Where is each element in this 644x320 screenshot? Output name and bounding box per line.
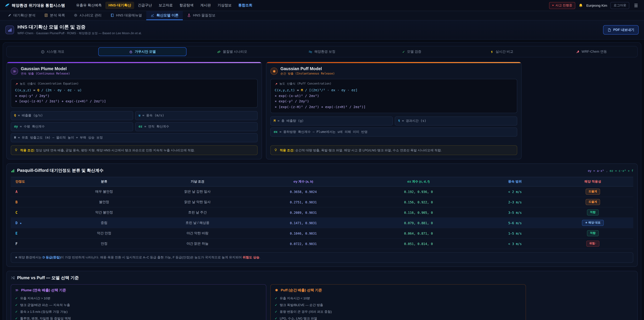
nav-item-weather[interactable]: 기상정보 (214, 2, 234, 9)
puff-equation-caption: 농도 산출식 (Puff Concentration) (275, 82, 513, 86)
sigma-z-coef: 0.116, 0.905, 0 (360, 207, 478, 218)
plume-conditions-note: 적용 조건: 정상 상태 연속 배출, 균일 풍속, 평탄 지형. 해양 HNS… (11, 145, 258, 155)
tab-dispersion-analysis[interactable]: 대기확산 분석 (3, 11, 40, 20)
tab-analysis-list[interactable]: 분석 목록 (40, 11, 70, 20)
nav-item-integrated-search[interactable]: 통합조회 (235, 2, 256, 9)
gear-icon (74, 14, 78, 17)
tab-scenario-management[interactable]: 시나리오 관리 (70, 11, 106, 20)
tab-wrf-chem[interactable]: WRF-Chem 연동 (547, 47, 636, 56)
spiral-icon (129, 50, 133, 54)
puff-conditions-note: 적용 조건: 순간적 대량 방출, 폭발·탱크 파열. 해양 사고 중 LPG/… (270, 145, 517, 155)
puff-eq-line1: C(x,y,z,t) = M / [(2π)³/² · σx · σy · σz… (275, 88, 513, 93)
tab-hns-manual[interactable]: HNS 대응매뉴얼 (106, 11, 146, 20)
footnote-highlight-d: D 등급(중립) (42, 255, 61, 259)
puff-criteria-title: Puff (순간 배출) 선택 기준 (275, 288, 522, 292)
nav-item-aerial-search[interactable]: 항공탐색 (176, 2, 196, 9)
formula-separator: , (604, 169, 610, 172)
logout-button[interactable]: 로그아웃 (611, 2, 630, 9)
pasquill-card: Pasquill-Gifford 대기안정도 분류 및 확산계수 σy = a·… (6, 164, 638, 267)
nav-item-oil-spill[interactable]: 유출유 확산예측 (73, 2, 105, 9)
section-tab-label: 모델 검증 (407, 49, 422, 54)
wave-icon (308, 50, 312, 54)
tab-gaussian-model[interactable]: 가우시안 모델 (98, 47, 186, 56)
compass-icon (41, 50, 44, 54)
puff-eq-line4: × [exp(-(z-H)² / 2σz²) + exp(-(z+H)² / 2… (275, 104, 513, 110)
table-row: E 약간 안정 야간 약한 바람 0.1046, 0.9031 0.064, 0… (11, 228, 633, 239)
tab-ocean-correction[interactable]: 해양환경 보정 (278, 47, 366, 56)
criteria-text: 탱크 균열/배관 파손 — 지속적 누출 (20, 303, 70, 307)
wind-range: 1–5 m/s (478, 228, 552, 239)
tab-system-overview[interactable]: 시스템 개요 (8, 47, 97, 56)
applicability-cell: 위험↑ (552, 239, 633, 249)
param-symbol: t (398, 119, 400, 123)
tab-model-theory[interactable]: 확산모델 이론 (146, 11, 183, 20)
incident-status-badge: ● 사고 진행중 (549, 2, 575, 9)
puff-params: M = 총 배출량 (g) t = 경과시간 (s) σx = 풍하방향 확산계… (270, 116, 517, 137)
class-name: 매우 불안정 (60, 187, 148, 197)
caption-text: 농도 산출식 (Concentration Equation) (20, 82, 79, 86)
note-text: 적용 조건: 순간적 대량 방출, 폭발·탱크 파열. 해양 사고 중 LPG/… (280, 148, 442, 153)
param-desc: = 총 배출량 (g) (278, 119, 304, 123)
document-icon (608, 28, 611, 32)
tab-hns-substance-info[interactable]: HNS 물질정보 (183, 11, 220, 20)
pasquill-title: Pasquill-Gifford 대기안정도 분류 및 확산계수 (17, 168, 104, 174)
eq-lhs: C(x,y,z,t) (275, 88, 295, 92)
check-icon: ✓ (402, 50, 405, 54)
plume-params: Q = 배출률 (g/s) u = 풍속 (m/s) σy = 수평 확산계수 … (11, 111, 258, 142)
fog-icon (11, 68, 18, 75)
menu-icon[interactable]: ☰ (633, 2, 639, 9)
pencil-icon (8, 14, 12, 17)
selection-title: Plume vs Puff — 모델 선택 기준 (17, 275, 79, 281)
applicability-cell: 적합 (552, 228, 633, 239)
bar-chart-icon (11, 169, 15, 173)
plume-card-header: Gaussian Plume Model 연속 방출 (Continuous R… (11, 67, 258, 76)
pdf-export-button[interactable]: PDF 내보내기 (603, 25, 639, 35)
puff-card-header: Gaussian Puff Model 순간 방출 (Instantaneous… (270, 67, 517, 76)
footnote-text: ★ 해양 환경에서는 (15, 255, 42, 259)
tab-model-validation[interactable]: ✓ 모델 검증 (368, 47, 456, 56)
applicability-cell: 적합 (552, 207, 633, 218)
brand-logo[interactable]: 해양환경 위기대응 통합시스템 (5, 3, 65, 8)
list-item: ✓탱크 균열/배관 파손 — 지속적 누출 (15, 302, 262, 308)
note-label: 적용 조건: (20, 148, 35, 152)
class-name: 약간 불안정 (60, 207, 148, 218)
sigma-y-coef: 0.0722, 0.9031 (247, 239, 360, 249)
weather-condition: 흐린 날 주간 (148, 207, 247, 218)
param-desc: = 풍속 (m/s) (142, 113, 164, 117)
section-tab-label: 시스템 개요 (46, 49, 64, 54)
col-marine-applicability: 해양 적용성 (552, 177, 633, 187)
table-row: B 불안정 맑은 날 약한 일사 0.2751, 0.9031 0.156, 0… (11, 197, 633, 207)
plume-card-body: Gaussian Plume Model 연속 방출 (Continuous R… (7, 63, 262, 159)
param-desc: = 경과시간 (s) (402, 119, 426, 123)
note-body: 정상 상태 연속 배출, 균일 풍속, 평탄 지형. 해양 HNS 사고에서 탱… (35, 148, 195, 152)
gaussian-puff-card: Gaussian Puff Model 순간 방출 (Instantaneous… (266, 62, 522, 160)
sigma-z-coef: 0.192, 0.936, 0 (360, 187, 478, 197)
nav-item-hns-dispersion[interactable]: HNS·대기확산 (106, 2, 134, 9)
nav-item-board[interactable]: 게시판 (197, 2, 214, 9)
model-selection-card: Plume vs Puff — 모델 선택 기준 Plume (연속 배출) 선… (6, 271, 638, 320)
footnote-highlight-risk: 위험도 상승 (243, 255, 260, 259)
eq-equals: = (31, 88, 37, 92)
eq-coef: Q (37, 88, 39, 92)
check-icon: ✓ (15, 296, 18, 300)
plume-eq-line1: C(x,y,z) = Q / (2π · σy · σz · u) (15, 88, 253, 93)
pasquill-header: Pasquill-Gifford 대기안정도 분류 및 확산계수 σy = a·… (11, 168, 633, 174)
user-name[interactable]: Eunjeong Kim (586, 4, 607, 7)
applicability-badge: 적합 (587, 230, 599, 236)
applicability-cell: ★ 해양 대표 (552, 218, 633, 228)
col-sigma-y: σy 계수 (a, b) (247, 177, 360, 187)
footnote-text: . (260, 255, 260, 259)
plume-title: Gaussian Plume Model (21, 67, 70, 71)
bell-icon[interactable] (578, 3, 583, 8)
section-tab-label: 가우시안 모델 (135, 49, 156, 54)
tab-realtime-comparison[interactable]: 실시간 비교 (457, 47, 546, 56)
param-desc: = 풍하방향 확산계수 — Plume에서는 u에 의해 이미 반영 (280, 130, 368, 134)
nav-item-emergency-rescue[interactable]: 긴급구난 (135, 2, 155, 9)
section-tab-label: 해양환경 보정 (314, 49, 336, 54)
puff-criteria-box: Puff (순간 배출) 선택 기준 ✓유출 지속시간 < 10분 ✓탱크 폭발… (270, 284, 526, 320)
applicability-cell: 드물게 (552, 197, 633, 207)
tab-substance-scenarios[interactable]: 물질별 시나리오 (188, 47, 276, 56)
tab-label: 대기확산 분석 (14, 13, 36, 18)
eq-equals: = (295, 88, 301, 92)
nav-item-reports[interactable]: 보고자료 (156, 2, 176, 9)
